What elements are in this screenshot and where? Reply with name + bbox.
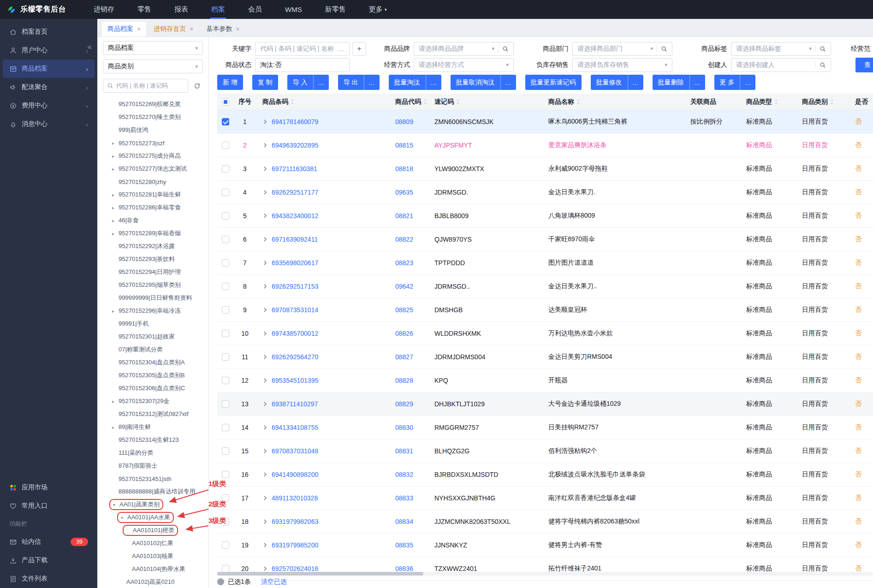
query-button[interactable]: 查询 (855, 58, 873, 72)
tree-expand-icon[interactable]: ▸ (112, 141, 119, 146)
table-row[interactable]: 2694963920289508815AYJPSFMYT爱意家品爽肤沐浴条标准商… (217, 134, 873, 157)
tree-item[interactable]: 999999999|日日鲜售前资料 (97, 291, 208, 304)
tree-item[interactable]: ▸89|南浔生鲜 (97, 421, 208, 434)
expand-row-icon[interactable] (262, 378, 268, 383)
tab[interactable]: 商品档案× (102, 22, 146, 36)
top-menu-item[interactable]: 报表 (173, 0, 189, 19)
category-mode-select[interactable]: 商品类别 ▾ (103, 59, 203, 73)
scrollbar-thumb[interactable] (217, 572, 423, 576)
toolbar-button[interactable]: 更 多… (714, 75, 756, 90)
more-options-icon[interactable]: … (426, 79, 441, 86)
top-menu-item[interactable]: 会员 (247, 0, 263, 19)
tree-search-input[interactable]: 代码 | 名称 | 速记码 (103, 79, 188, 93)
tree-item[interactable]: ▸95270152281|幸福生鲜 (97, 188, 208, 201)
tree-expand-icon[interactable]: ▸ (112, 205, 119, 210)
refresh-icon[interactable] (191, 80, 203, 92)
barcode-link[interactable]: 6974385700012 (272, 330, 318, 337)
toolbar-button[interactable]: 批量删除… (653, 75, 705, 90)
toolbar-button[interactable]: 复 制 (252, 75, 278, 90)
barcode-link[interactable]: 6935698020617 (272, 259, 318, 267)
row-checkbox[interactable] (222, 259, 229, 267)
toolbar-button[interactable]: 批量更新速记码 (525, 75, 582, 90)
toolbar-button[interactable]: 导 入… (287, 75, 329, 90)
barcode-link[interactable]: 6938711410297 (272, 400, 318, 408)
barcode-link[interactable]: 6941490898200 (272, 471, 318, 478)
sidebar-item[interactable]: 配送聚合› (3, 78, 95, 96)
table-row[interactable]: 1694178146007908809ZMN6006NSCMSJK啄木鸟6006… (217, 110, 873, 134)
barcode-link[interactable]: 6931979982063 (272, 518, 318, 525)
tree-item[interactable]: 95270152293|茶饮料 (97, 253, 208, 266)
tree-item[interactable]: 95270152301|赵政家 (97, 330, 208, 343)
tree-expand-icon[interactable]: ▾ (113, 502, 119, 507)
sidebar-item[interactable]: 文件列表 (3, 570, 95, 588)
table-row[interactable]: 13693871141029708829DHJBKTLJT1029大号金边卡通垃… (217, 392, 873, 416)
tree-item[interactable]: 07|称重测试分类 (97, 343, 208, 356)
expand-row-icon[interactable] (262, 519, 268, 524)
tree-expand-icon[interactable]: ▸ (112, 425, 119, 430)
tree-item[interactable]: 95270152304|盘点类别A (97, 356, 208, 369)
product-code-link[interactable]: 09642 (395, 283, 413, 290)
table-row[interactable]: 7693569802061708823TPTPDDD图片图片道道道标准商品日用百… (217, 251, 873, 275)
expand-row-icon[interactable] (262, 237, 268, 242)
filter-select[interactable]: 请选择创建人 (731, 58, 831, 72)
expand-row-icon[interactable] (262, 401, 268, 407)
sidebar-item[interactable]: 商品档案› (3, 59, 95, 78)
tree-expand-icon[interactable]: ▸ (112, 192, 119, 197)
sidebar-item[interactable]: 常用入口 (3, 497, 95, 515)
expand-row-icon[interactable] (262, 307, 268, 313)
expand-row-icon[interactable] (262, 542, 268, 548)
barcode-link[interactable]: 6925702624016 (272, 565, 318, 572)
close-icon[interactable]: × (190, 25, 193, 33)
expand-row-icon[interactable] (262, 331, 268, 336)
expand-row-icon[interactable] (262, 284, 268, 289)
product-code-link[interactable]: 08835 (395, 541, 413, 549)
tree-item[interactable]: 95270152295|烟草类别 (97, 279, 208, 291)
tree-item[interactable]: 99991|手机 (97, 317, 208, 330)
barcode-link[interactable]: 6943823400012 (272, 212, 318, 220)
top-menu-item[interactable]: 新零售 (324, 0, 347, 19)
sidebar-item[interactable]: 消息中心› (3, 115, 95, 133)
toolbar-button[interactable]: 批量取消淘汰… (451, 75, 516, 90)
tree-item[interactable]: 9527015231451|sth (97, 472, 208, 485)
tree-item[interactable]: ▸95270152296|幸福冷冻 (97, 304, 208, 317)
column-header-category[interactable]: 商品类别 (796, 98, 849, 106)
barcode-link[interactable]: 6926292517153 (272, 283, 318, 290)
filter-input[interactable]: 淘汰:否 (255, 58, 350, 72)
more-options-icon[interactable]: … (501, 79, 516, 86)
expand-row-icon[interactable] (262, 566, 268, 571)
barcode-link[interactable]: 6931979985200 (272, 541, 318, 549)
toolbar-button[interactable]: 批量修改… (591, 75, 643, 90)
close-icon[interactable]: × (137, 25, 141, 33)
top-menu-item[interactable]: WMS (284, 0, 303, 19)
tree-item[interactable]: 999|易佳鸿 (97, 124, 208, 137)
tree-item[interactable]: 95270152314|生鲜123 (97, 434, 208, 446)
expand-row-icon[interactable] (262, 190, 268, 195)
barcode-link[interactable]: 6972111630381 (272, 165, 317, 172)
barcode-link[interactable]: 4891132010328 (272, 494, 318, 502)
tree-item[interactable]: 95270152269|槟榔兑奖 (97, 98, 208, 111)
expand-row-icon[interactable] (262, 495, 268, 501)
close-icon[interactable]: × (236, 25, 239, 33)
top-menu-item[interactable]: 零售 (137, 0, 152, 19)
filter-select[interactable]: 请选择商品部门▾ (572, 42, 672, 56)
product-code-link[interactable]: 08815 (395, 142, 413, 149)
product-code-link[interactable]: 08809 (395, 118, 413, 125)
table-row[interactable]: 5694382340001208821BJBLB8009八角玻璃杯8009标准商… (217, 204, 873, 228)
tree-item[interactable]: 95270152292|沐浴露 (97, 240, 208, 253)
column-header-name[interactable]: 商品名称 (543, 98, 685, 106)
column-header-check[interactable] (217, 98, 234, 106)
sidebar-item[interactable]: 费用中心› (3, 96, 95, 115)
tree-item[interactable]: ▸95270152307|29金 (97, 395, 208, 408)
barcode-link[interactable]: 6949639202895 (272, 142, 318, 149)
tree-item[interactable]: ▸95270152289|幸福香烟 (97, 227, 208, 240)
tree-item[interactable]: ▸95270152273|szf (97, 137, 208, 149)
tree-item[interactable]: 95270152270|臻土类别 (97, 111, 208, 124)
expand-row-icon[interactable] (262, 166, 268, 172)
tab[interactable]: 基本参数× (201, 22, 245, 36)
row-checkbox[interactable] (222, 189, 229, 196)
row-checkbox[interactable] (222, 236, 229, 243)
tree-item[interactable]: 8888888888|盛商达培训专用 (97, 485, 208, 498)
product-code-link[interactable]: 08826 (395, 330, 413, 337)
tree-item[interactable]: ▾AA01|蔬果类别 (97, 498, 208, 511)
table-row[interactable]: 6697163909241108822QJW8970YS千家旺8970雨伞标准商… (217, 228, 873, 251)
